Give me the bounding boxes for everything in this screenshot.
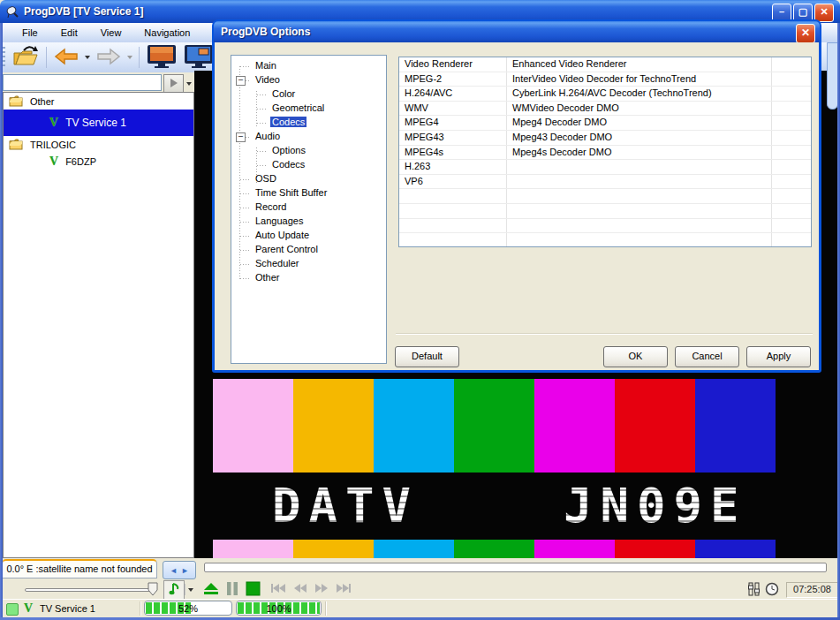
seek-bar[interactable] — [204, 563, 827, 572]
rewind-button[interactable] — [293, 583, 307, 595]
toolbar-separator — [139, 47, 140, 68]
channel-v-icon: V — [49, 117, 58, 129]
window-border-left — [0, 23, 3, 620]
prev-button[interactable] — [270, 583, 286, 595]
menu-item-navigation[interactable]: Navigation — [132, 23, 201, 42]
dialog-close-button[interactable]: ✕ — [796, 24, 815, 43]
tree-item-label: Time Shift Buffer — [254, 187, 329, 198]
channel-label: TRILOGIC — [30, 140, 76, 150]
tree-item-auto-update[interactable]: Auto Update — [231, 229, 386, 243]
tree-item-color[interactable]: Color — [231, 87, 386, 102]
tree-item-codecs[interactable]: Codecs — [231, 116, 386, 130]
tree-item-languages[interactable]: Languages — [231, 215, 386, 229]
tree-item-video[interactable]: –Video — [231, 73, 386, 87]
fullscreen-button[interactable] — [143, 45, 180, 70]
tree-connector — [240, 193, 251, 194]
codec-row[interactable]: Video RendererEnhanced Video Renderer — [399, 57, 811, 72]
tree-collapse-box[interactable]: – — [236, 132, 246, 142]
codec-row[interactable]: MPEG4sMpeg4s Decoder DMO — [399, 146, 811, 161]
tree-item-record[interactable]: Record — [231, 200, 386, 215]
tree-item-other[interactable]: Other — [231, 271, 386, 285]
tree-item-scheduler[interactable]: Scheduler — [231, 257, 386, 271]
tree-connector — [240, 278, 251, 279]
codec-row[interactable]: H.264/AVCCyberLink H.264/AVC Decoder (Te… — [399, 87, 811, 102]
codec-row[interactable]: MPEG-2InterVideo Video Decoder for Techn… — [399, 72, 811, 87]
arrow-left-icon: ◄ — [170, 566, 178, 575]
stop-button[interactable] — [244, 581, 262, 597]
tree-item-codecs[interactable]: Codecs — [231, 158, 386, 172]
audio-track-button[interactable] — [163, 580, 185, 600]
tree-item-geometrical[interactable]: Geometrical — [231, 102, 386, 116]
clock-icon[interactable] — [765, 582, 779, 598]
toolbar-grip[interactable] — [3, 47, 5, 68]
tab-scroll-buttons[interactable]: ◄ ► — [163, 561, 196, 579]
dialog-titlebar: ProgDVB Options — [214, 21, 820, 42]
signal-strength-label: 52% — [145, 602, 231, 615]
statusbar-separator — [325, 601, 327, 616]
codec-extra-cell — [772, 189, 811, 203]
codec-extra-cell — [772, 219, 811, 233]
channel-type-icon: V — [24, 602, 33, 615]
codec-format-cell: VP6 — [399, 175, 507, 189]
signal-quality-bar: 100% — [236, 601, 322, 616]
codec-row[interactable] — [399, 219, 811, 234]
cancel-button[interactable]: Cancel — [675, 346, 739, 367]
codec-extra-cell — [772, 102, 811, 116]
channel-dropdown-button[interactable] — [184, 78, 194, 89]
codec-row[interactable]: MPEG4Mpeg4 Decoder DMO — [399, 116, 811, 131]
channel-list: OtherVTV Service 1TRILOGICVF6DZP — [3, 92, 194, 558]
channel-item[interactable]: VTV Service 1 — [4, 110, 193, 136]
tree-item-time-shift-buffer[interactable]: Time Shift Buffer — [231, 186, 386, 200]
codec-row[interactable] — [399, 233, 811, 247]
play-channel-button[interactable] — [163, 74, 184, 93]
volume-slider[interactable] — [25, 588, 157, 592]
forward-dropdown-arrow[interactable] — [127, 56, 132, 59]
open-channel-list-button[interactable] — [9, 45, 42, 70]
back-dropdown-arrow[interactable] — [85, 56, 90, 59]
codec-row[interactable] — [399, 189, 811, 204]
codec-row[interactable]: H.263 — [399, 160, 811, 175]
pause-button[interactable] — [223, 581, 241, 597]
audio-dropdown-button[interactable] — [185, 584, 196, 595]
chevron-down-icon — [186, 82, 192, 86]
codec-row[interactable] — [399, 204, 811, 219]
default-button[interactable]: Default — [395, 346, 459, 367]
menu-item-view[interactable]: View — [89, 23, 133, 42]
codec-row[interactable]: WMVWMVideo Decoder DMO — [399, 102, 811, 117]
menu-item-file[interactable]: File — [11, 23, 49, 42]
skip-controls — [270, 581, 352, 597]
tree-item-osd[interactable]: OSD — [231, 172, 386, 186]
menu-item-edit[interactable]: Edit — [49, 23, 89, 42]
channel-folder[interactable]: Other — [4, 93, 193, 110]
tree-item-label: Main — [254, 60, 278, 71]
channel-search-input[interactable] — [3, 74, 162, 91]
codec-extra-cell — [772, 57, 811, 72]
codec-row[interactable]: MPEG43Mpeg43 Decoder DMO — [399, 131, 811, 146]
osd-text-right: JN09E — [564, 473, 747, 540]
equalizer-button[interactable] — [746, 582, 761, 598]
channel-item[interactable]: VF6DZP — [4, 153, 193, 170]
codec-format-cell — [399, 204, 507, 218]
tree-item-label: Color — [270, 88, 297, 99]
forward-button[interactable] — [314, 583, 329, 595]
apply-button[interactable]: Apply — [746, 346, 811, 367]
osd-band: DATV JN09E — [194, 473, 838, 540]
tree-item-options[interactable]: Options — [231, 144, 386, 158]
eject-button[interactable] — [201, 581, 221, 597]
channel-label: F6DZP — [65, 156, 96, 167]
next-icon — [336, 585, 352, 595]
tree-item-label: Codecs — [270, 117, 306, 127]
channel-folder[interactable]: TRILOGIC — [4, 136, 193, 153]
ok-button[interactable]: OK — [603, 346, 668, 367]
tree-collapse-box[interactable]: – — [236, 76, 246, 86]
forward-button[interactable] — [93, 45, 125, 70]
options-tree: Main–VideoColorGeometricalCodecs–AudioOp… — [231, 55, 387, 364]
codec-decoder-cell: Mpeg4 Decoder DMO — [507, 116, 772, 130]
tree-item-parent-control[interactable]: Parent Control — [231, 243, 386, 257]
volume-thumb[interactable] — [148, 582, 158, 598]
tree-item-main[interactable]: Main — [231, 59, 386, 73]
back-button[interactable] — [50, 45, 82, 70]
codec-row[interactable]: VP6 — [399, 175, 811, 190]
next-button[interactable] — [336, 583, 352, 595]
tree-item-audio[interactable]: –Audio — [231, 130, 386, 144]
